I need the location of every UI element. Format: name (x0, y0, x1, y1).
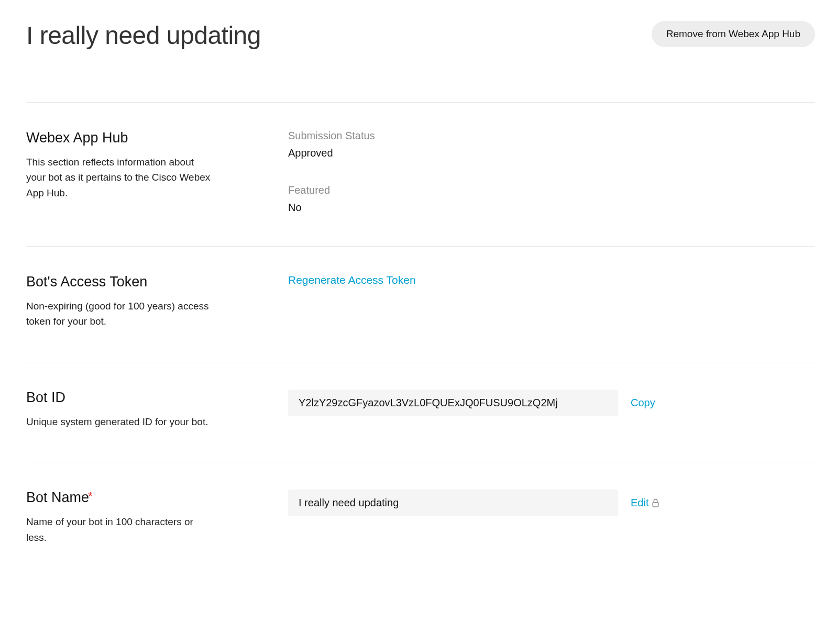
section-bot-id: Bot ID Unique system generated ID for yo… (26, 362, 815, 462)
section-desc-botname: Name of your bot in 100 characters or le… (26, 514, 215, 545)
section-title-botname: Bot Name* (26, 490, 257, 506)
lock-icon (652, 498, 659, 507)
section-desc-apphub: This section reflects information about … (26, 154, 215, 201)
section-access-token: Bot's Access Token Non-expiring (good fo… (26, 246, 815, 362)
bot-id-value: Y2lzY29zcGFyazovL3VzL0FQUExJQ0FUSU9OLzQ2… (288, 390, 618, 416)
section-bot-name: Bot Name* Name of your bot in 100 charac… (26, 462, 815, 561)
submission-status-label: Submission Status (288, 130, 815, 142)
page-header: I really need updating Remove from Webex… (26, 21, 815, 50)
section-title-token: Bot's Access Token (26, 274, 257, 290)
section-title-apphub: Webex App Hub (26, 130, 257, 146)
regenerate-token-link[interactable]: Regenerate Access Token (288, 274, 416, 286)
required-indicator: * (88, 490, 93, 503)
featured-label: Featured (288, 184, 815, 196)
svg-rect-0 (653, 503, 659, 507)
featured-value: No (288, 202, 815, 214)
section-title-botid: Bot ID (26, 390, 257, 406)
edit-bot-name-link[interactable]: Edit (631, 497, 659, 509)
section-desc-botid: Unique system generated ID for your bot. (26, 414, 215, 429)
section-title-botname-text: Bot Name (26, 490, 89, 505)
copy-bot-id-link[interactable]: Copy (631, 397, 655, 409)
section-webex-apphub: Webex App Hub This section reflects info… (26, 102, 815, 246)
remove-from-apphub-button[interactable]: Remove from Webex App Hub (652, 21, 815, 47)
edit-label: Edit (631, 497, 648, 509)
submission-status-value: Approved (288, 147, 815, 159)
page-title: I really need updating (26, 21, 261, 50)
section-desc-token: Non-expiring (good for 100 years) access… (26, 298, 215, 329)
bot-name-value: I really need updating (288, 490, 618, 516)
